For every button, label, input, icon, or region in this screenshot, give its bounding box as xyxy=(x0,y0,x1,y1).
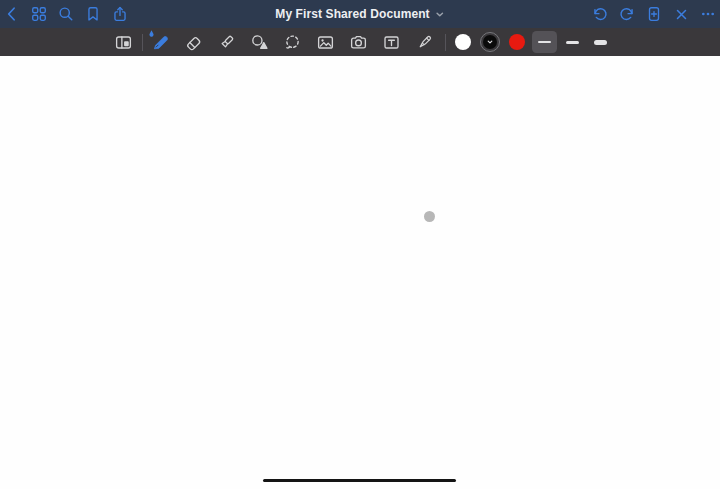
bookmark-icon xyxy=(84,5,102,23)
tool-highlighter[interactable] xyxy=(210,28,243,56)
top-bar-right-group xyxy=(590,3,720,25)
more-ellipsis-icon xyxy=(699,5,717,23)
more-button[interactable] xyxy=(698,3,718,25)
medium-stroke-line xyxy=(566,41,579,44)
tool-text[interactable] xyxy=(375,28,408,56)
share-icon xyxy=(111,5,129,23)
tool-lasso[interactable] xyxy=(276,28,309,56)
black-color-circle xyxy=(483,35,497,49)
white-color-circle xyxy=(455,34,471,50)
highlighter-icon xyxy=(216,32,237,53)
color-swatch-white[interactable] xyxy=(449,28,476,56)
back-chevron-icon xyxy=(3,5,21,23)
thickness-medium[interactable] xyxy=(558,28,586,56)
lasso-icon xyxy=(282,32,303,53)
pointer-wand-icon xyxy=(414,32,435,53)
thin-stroke-line xyxy=(538,41,551,43)
pen-selected-badge-icon xyxy=(149,30,154,37)
redo-icon xyxy=(618,5,636,23)
color-chevron-down-icon xyxy=(487,39,493,45)
tool-camera[interactable] xyxy=(342,28,375,56)
thickness-thin-selected[interactable] xyxy=(530,28,558,56)
eraser-icon xyxy=(183,32,204,53)
drawing-canvas[interactable] xyxy=(0,56,720,489)
drawing-toolbar xyxy=(0,28,720,56)
ink-horizontal-line xyxy=(263,479,456,482)
camera-icon xyxy=(348,32,369,53)
top-navigation-bar: My First Shared Document xyxy=(0,0,720,28)
color-swatch-red[interactable] xyxy=(503,28,530,56)
share-button[interactable] xyxy=(110,3,130,25)
tool-page-panel[interactable] xyxy=(107,28,140,56)
search-button[interactable] xyxy=(56,3,76,25)
tool-image[interactable] xyxy=(309,28,342,56)
tool-fountain-pen[interactable] xyxy=(144,28,177,56)
thickness-thick[interactable] xyxy=(586,28,614,56)
ink-dot xyxy=(424,211,435,222)
back-button[interactable] xyxy=(2,3,22,25)
thick-stroke-line xyxy=(594,40,607,45)
tool-eraser[interactable] xyxy=(177,28,210,56)
color-swatch-black-selected[interactable] xyxy=(476,28,503,56)
red-color-circle xyxy=(509,34,525,50)
title-chevron-down-icon xyxy=(436,10,445,19)
toolbar-divider-2 xyxy=(441,28,449,56)
page-panel-icon xyxy=(113,32,134,53)
top-bar-left-group xyxy=(0,3,130,25)
document-title[interactable]: My First Shared Document xyxy=(275,0,444,28)
selected-color-ring xyxy=(480,32,500,52)
text-icon xyxy=(381,32,402,53)
bookmark-button[interactable] xyxy=(83,3,103,25)
redo-button[interactable] xyxy=(617,3,637,25)
add-page-icon xyxy=(645,5,663,23)
tool-pointer[interactable] xyxy=(408,28,441,56)
shapes-icon xyxy=(249,32,270,53)
document-title-text: My First Shared Document xyxy=(275,7,429,21)
close-x-icon xyxy=(673,6,690,23)
thumbnails-grid-icon xyxy=(30,5,48,23)
search-icon xyxy=(57,5,75,23)
close-button[interactable] xyxy=(671,3,691,25)
undo-icon xyxy=(591,5,609,23)
add-page-button[interactable] xyxy=(644,3,664,25)
tool-shapes[interactable] xyxy=(243,28,276,56)
notes-app-window: My First Shared Document xyxy=(0,0,720,489)
undo-button[interactable] xyxy=(590,3,610,25)
image-icon xyxy=(315,32,336,53)
thumbnails-button[interactable] xyxy=(29,3,49,25)
